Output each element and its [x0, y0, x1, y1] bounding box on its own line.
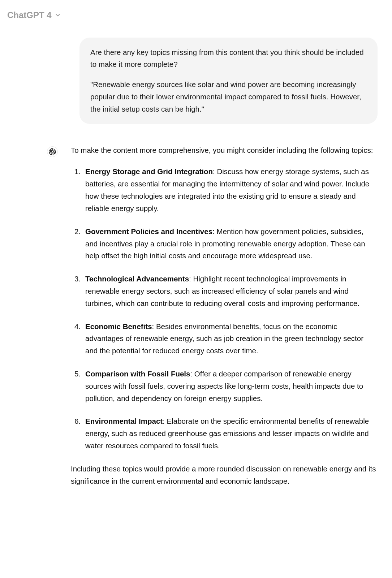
openai-logo-icon [47, 146, 58, 157]
list-item: Technological Advancements: Highlight re… [85, 273, 378, 309]
assistant-outro: Including these topics would provide a m… [71, 463, 378, 487]
conversation: Are there any key topics missing from th… [0, 30, 392, 511]
list-item-title: Energy Storage and Grid Integration [85, 167, 213, 176]
user-text-2: "Renewable energy sources like solar and… [90, 78, 367, 115]
list-item-title: Environmental Impact [85, 417, 163, 425]
assistant-intro: To make the content more comprehensive, … [71, 144, 378, 156]
header-bar: ChatGPT 4 [0, 0, 392, 30]
list-item: Economic Benefits: Besides environmental… [85, 320, 378, 357]
list-item-title: Technological Advancements [85, 275, 189, 283]
list-item: Government Policies and Incentives: Ment… [85, 225, 378, 262]
list-item: Energy Storage and Grid Integration: Dis… [85, 165, 378, 214]
list-item-title: Economic Benefits [85, 322, 152, 331]
list-item: Comparison with Fossil Fuels: Offer a de… [85, 368, 378, 404]
list-item-title: Comparison with Fossil Fuels [85, 370, 190, 378]
chevron-down-icon [55, 12, 61, 18]
user-text-1: Are there any key topics missing from th… [90, 46, 367, 71]
assistant-message: To make the content more comprehensive, … [7, 144, 385, 497]
model-selector[interactable]: ChatGPT 4 [7, 8, 61, 22]
assistant-content: To make the content more comprehensive, … [71, 144, 378, 497]
model-name: ChatGPT 4 [7, 8, 52, 22]
assistant-list: Energy Storage and Grid Integration: Dis… [85, 165, 378, 452]
list-item: Environmental Impact: Elaborate on the s… [85, 415, 378, 452]
user-message: Are there any key topics missing from th… [79, 38, 378, 124]
list-item-title: Government Policies and Incentives [85, 227, 212, 236]
